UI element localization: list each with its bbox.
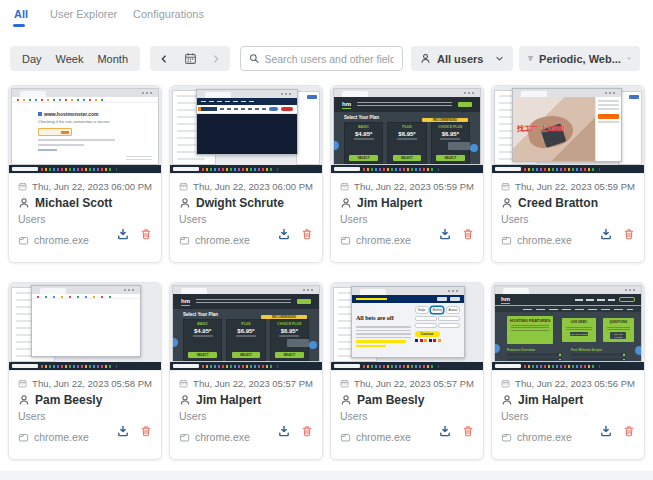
delete-button[interactable]: [462, 425, 474, 437]
download-button[interactable]: [278, 228, 290, 240]
prev-date-button[interactable]: [159, 54, 169, 64]
delete-button[interactable]: [140, 425, 152, 437]
download-icon: [278, 228, 290, 240]
download-button[interactable]: [439, 425, 451, 437]
user-name[interactable]: Pam Beesly: [357, 393, 424, 407]
taskbar-tray: [599, 365, 615, 368]
thumb-taskbar: [9, 362, 161, 370]
type-filter-dropdown[interactable]: Periodic, Web...: [519, 46, 640, 71]
download-button[interactable]: [600, 425, 612, 437]
thumb-background-panel: [296, 91, 320, 165]
thumb-cloudflare-badge: [38, 128, 72, 136]
taskbar-search: [334, 167, 360, 171]
users-filter-dropdown[interactable]: All users: [411, 46, 513, 71]
thumb-browser-chrome: [197, 90, 297, 98]
screenshot-thumbnail[interactable]: www.hostmonster.com Checking if the site…: [9, 86, 161, 174]
decor-line: [193, 335, 213, 337]
box-title: QUESTIONS: [604, 320, 633, 325]
box-title: LIVE DEMO: [563, 320, 595, 325]
user-group: Users: [501, 410, 635, 422]
delete-button[interactable]: [301, 228, 313, 240]
user-name[interactable]: Dwight Schrute: [196, 196, 284, 210]
users-filter-label: All users: [437, 53, 489, 65]
features-list: [507, 353, 562, 362]
calendar-icon: [179, 378, 188, 389]
plan-price: $6.95*: [398, 131, 415, 137]
thumb-browser-window: hm HOSTING FEATURES LIVE DEMOLEARN MORE …: [494, 285, 642, 362]
month-button[interactable]: Month: [97, 53, 128, 65]
user-icon: [501, 197, 513, 209]
thumb-site-nav: [197, 105, 297, 114]
taskbar-icons: [202, 365, 274, 368]
user-name[interactable]: Jim Halpert: [196, 393, 261, 407]
day-button[interactable]: Day: [22, 53, 42, 65]
active-tab-underline: [13, 24, 25, 27]
download-button[interactable]: [117, 228, 129, 240]
delete-button[interactable]: [462, 228, 474, 240]
taskbar-icons: [41, 168, 113, 171]
tab-configurations[interactable]: Configurations: [133, 8, 204, 20]
delete-button[interactable]: [623, 228, 635, 240]
download-button[interactable]: [439, 228, 451, 240]
toolbar: Day Week Month Search users and other fi…: [0, 44, 653, 72]
user-icon: [18, 394, 30, 406]
decor-tooltip: [448, 142, 470, 150]
decor-line: [236, 335, 256, 337]
decor-line: [357, 102, 452, 107]
download-button[interactable]: [117, 425, 129, 437]
snapshot-card: hm Select Your Plan RECOMMENDED BASIC$4.…: [169, 282, 323, 460]
card-actions: [117, 228, 152, 240]
pricing-plan: PLUS$6.95*SELECT: [226, 319, 265, 361]
download-button[interactable]: [278, 425, 290, 437]
favicon-icon: [38, 112, 42, 116]
user-name[interactable]: Jim Halpert: [357, 196, 422, 210]
calendar-picker-button[interactable]: [184, 52, 197, 65]
user-icon: [18, 197, 30, 209]
thumb-browser-window: [31, 285, 141, 357]
tab-user-explorer[interactable]: User Explorer: [50, 8, 117, 20]
decor-menu: [220, 108, 266, 110]
delete-button[interactable]: [301, 425, 313, 437]
screenshot-thumbnail[interactable]: hm Select Your Plan RECOMMENDED BASIC$4.…: [170, 283, 322, 371]
screenshot-thumbnail[interactable]: hm HOSTING FEATURES LIVE DEMOLEARN MORE …: [492, 283, 644, 371]
screenshot-thumbnail[interactable]: [9, 283, 161, 371]
tab-all[interactable]: All: [14, 8, 28, 20]
screenshot-thumbnail[interactable]: [170, 86, 322, 174]
user-name[interactable]: Michael Scott: [35, 196, 112, 210]
snapshot-timestamp: Thu, Jun 22, 2023 05:59 PM: [515, 181, 635, 192]
chat-widget: [470, 144, 478, 152]
user-icon: [340, 394, 352, 406]
app-window-icon: [18, 235, 29, 246]
trash-icon: [140, 425, 152, 437]
week-button[interactable]: Week: [56, 53, 84, 65]
thumb-browser-window: www.hostmonster.com Checking if the site…: [11, 88, 159, 165]
screenshot-thumbnail[interactable]: All bets are off Single Monthly Annual: [331, 283, 483, 371]
next-date-button[interactable]: [211, 54, 221, 64]
user-group: Users: [340, 213, 474, 225]
snapshot-timestamp: Thu, Jun 22, 2023 06:00 PM: [193, 181, 313, 192]
site-logo: hm: [342, 101, 351, 109]
screenshot-thumbnail[interactable]: hm Select Your Plan RECOMMENDED BASIC$4.…: [331, 86, 483, 174]
plan-name: BASIC: [197, 322, 208, 326]
app-window-icon: [18, 432, 29, 443]
thumb-page-content: [32, 299, 140, 356]
thumb-page-content: hm Select Your Plan RECOMMENDED BASIC$4.…: [173, 294, 319, 361]
download-button[interactable]: [600, 228, 612, 240]
plan-name: PLUS: [402, 125, 411, 129]
user-name[interactable]: Jim Halpert: [518, 393, 583, 407]
delete-button[interactable]: [140, 228, 152, 240]
card-actions: [439, 228, 474, 240]
type-filter-label: Periodic, Web...: [539, 53, 621, 65]
taskbar-tray: [277, 365, 293, 368]
user-name[interactable]: Pam Beesly: [35, 393, 102, 407]
snapshot-card: Thu, Jun 22, 2023 06:00 PM Dwight Schrut…: [169, 85, 323, 263]
screenshot-thumbnail[interactable]: 找工厂 上1688!: [492, 86, 644, 174]
app-name: chrome.exe: [356, 234, 411, 246]
user-group: Users: [18, 410, 152, 422]
taskbar-search: [495, 364, 521, 368]
search-input[interactable]: Search users and other fields: [240, 46, 403, 71]
pricing-plan: BASIC$4.95*SELECT: [183, 319, 222, 361]
user-name[interactable]: Creed Bratton: [518, 196, 598, 210]
delete-button[interactable]: [623, 425, 635, 437]
box-title: HOSTING FEATURES: [508, 318, 553, 323]
